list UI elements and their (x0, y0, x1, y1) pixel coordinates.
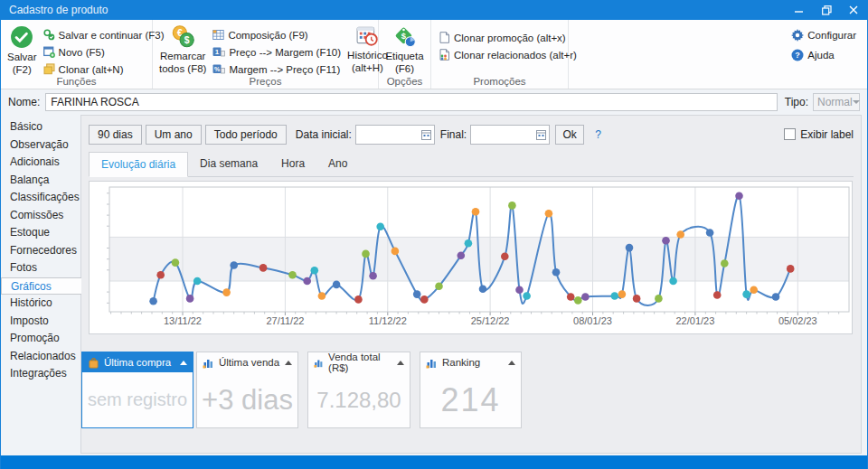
collapse-icon (397, 361, 404, 365)
venda-total-value: 7.128,80 (316, 388, 401, 413)
help-link[interactable]: ? (595, 128, 601, 141)
etiqueta-shortcut: (F6) (395, 63, 414, 74)
tab-ano[interactable]: Ano (316, 152, 359, 176)
svg-text:1: 1 (215, 48, 220, 56)
start-date-input[interactable] (355, 125, 435, 145)
salvar-button[interactable]: Salvar (F2) (5, 24, 40, 77)
range-90-dias-button[interactable]: 90 dias (89, 125, 142, 145)
ajuda-button[interactable]: ? Ajuda (788, 46, 860, 63)
chart-controls: 90 dias Um ano Todo período Data inicial… (89, 124, 854, 145)
card-ultima-venda-header[interactable]: Última venda (197, 352, 297, 372)
reprice-coins-icon: € $ (172, 25, 194, 48)
bar-chart-icon (314, 357, 324, 369)
price-to-margin-icon: 1 (212, 46, 225, 58)
clonar-promocao-button[interactable]: Clonar promoção (alt+x) (435, 29, 580, 46)
configurar-button[interactable]: Configurar (788, 26, 860, 43)
composicao-button[interactable]: Composição (F9) (209, 26, 344, 43)
card-venda-total: Venda total (R$) 7.128,80 (307, 352, 410, 428)
salvar-label: Salvar (7, 52, 37, 62)
composition-table-icon (212, 29, 224, 41)
card-ultima-venda: Última venda +3 dias (196, 352, 298, 428)
sidebar-item-estoque[interactable]: Estoque (1, 224, 80, 242)
graficos-page: 90 dias Um ano Todo período Data inicial… (80, 115, 862, 454)
sidebar-item-fornecedores[interactable]: Fornecedores (1, 242, 80, 260)
composicao-label: Composição (F9) (228, 30, 307, 41)
sidebar-item-fotos[interactable]: Fotos (1, 259, 80, 277)
nome-input[interactable] (45, 93, 777, 111)
clonar-relacionados-button[interactable]: Clonar relacionados (alt+r) (435, 46, 580, 63)
svg-text:?: ? (796, 51, 801, 60)
sidebar-item-historico[interactable]: Histórico (1, 295, 80, 313)
card-ranking-header[interactable]: Ranking (420, 352, 521, 372)
etiqueta-label: Etiqueta (385, 51, 423, 61)
close-button[interactable] (840, 0, 867, 20)
bar-chart-icon (203, 357, 214, 369)
clonar-label: Clonar (alt+N) (59, 64, 124, 75)
sidebar-item-observacao[interactable]: Observação (1, 136, 80, 155)
chart-tabs: Evolução diária Dia semana Hora Ano (89, 152, 854, 177)
clone-icon (43, 63, 55, 75)
collapse-icon (508, 361, 515, 365)
evolution-chart-svg: 13/11/2227/11/2211/12/2225/12/2208/01/23… (90, 182, 852, 333)
range-todo-periodo-button[interactable]: Todo período (205, 125, 287, 145)
minimize-button[interactable] (786, 0, 813, 20)
salvar-continuar-button[interactable]: Salvar e continuar (F3) (40, 26, 168, 43)
clonar-promocao-label: Clonar promoção (alt+x) (454, 33, 566, 43)
novo-button[interactable]: Novo (F5) (40, 43, 168, 61)
ajuda-label: Ajuda (807, 50, 834, 61)
tab-evolucao-diaria[interactable]: Evolução diária (89, 152, 188, 177)
ranking-value: 214 (440, 381, 500, 419)
minimize-icon (795, 5, 804, 14)
price-tag-icon: $ (393, 25, 416, 48)
svg-text:13/11/22: 13/11/22 (164, 315, 202, 326)
card-venda-total-header[interactable]: Venda total (R$) (308, 352, 410, 372)
tab-dia-semana[interactable]: Dia semana (188, 152, 269, 176)
sidebar-item-comissoes[interactable]: Comissões (1, 207, 80, 225)
sidebar-item-adicionais[interactable]: Adicionais (1, 154, 80, 172)
range-um-ano-button[interactable]: Um ano (146, 125, 202, 145)
tipo-select[interactable]: Normal (813, 93, 860, 111)
sidebar-item-classificacoes[interactable]: Classificações (1, 189, 80, 207)
end-date-input[interactable] (470, 125, 550, 145)
margin-to-price-icon: % (212, 63, 225, 75)
etiqueta-button[interactable]: $ Etiqueta (F6) (382, 24, 426, 76)
main-area: Básico Observação Adicionais Balança Cla… (1, 115, 867, 455)
sidebar-item-integracoes[interactable]: Integrações (1, 365, 80, 383)
data-inicial-label: Data inicial: (296, 128, 352, 141)
remarcar-shortcut: todos (F8) (159, 63, 206, 74)
window-title: Cadastro de produto (1, 4, 786, 16)
sidebar-item-balanca[interactable]: Balança (1, 172, 80, 190)
exibir-label-checkbox[interactable]: Exibir label (784, 128, 854, 141)
sidebar-item-relacionados[interactable]: Relacionados (1, 348, 80, 366)
name-row: Nome: Tipo: Normal (1, 89, 867, 115)
ok-button[interactable]: Ok (555, 125, 584, 145)
collapse-icon (180, 361, 187, 365)
preco-margem-button[interactable]: 1 Preço --> Margem (F10) (209, 43, 344, 61)
svg-text:27/11/22: 27/11/22 (266, 315, 304, 326)
group-label-precos: Preços (153, 76, 378, 87)
final-label: Final: (440, 128, 467, 141)
titlebar: Cadastro de produto (1, 0, 867, 20)
remarcar-todos-button[interactable]: € $ Remarcar todos (F8) (156, 24, 209, 76)
remarcar-label: Remarcar (160, 51, 205, 61)
svg-text:22/01/23: 22/01/23 (675, 315, 714, 326)
sidebar-item-promocao[interactable]: Promoção (1, 330, 80, 348)
preco-margem-label: Preço --> Margem (F10) (229, 47, 341, 58)
svg-text:08/01/23: 08/01/23 (573, 315, 612, 326)
ultima-compra-value: sem registro (88, 389, 187, 410)
sidebar-item-imposto[interactable]: Imposto (1, 313, 80, 331)
checkbox-icon (784, 128, 796, 140)
save-icon (10, 25, 33, 49)
sidebar-item-basico[interactable]: Básico (1, 118, 80, 136)
clone-related-doc-icon (439, 49, 450, 61)
card-ultima-compra-header[interactable]: Última compra (82, 352, 193, 372)
svg-text:11/12/22: 11/12/22 (369, 315, 407, 326)
ribbon-toolbar: Salvar (F2) Salvar e continuar (F3) (1, 20, 867, 89)
bar-chart-icon (426, 357, 438, 369)
tab-hora[interactable]: Hora (269, 152, 316, 176)
ribbon-group-promocoes: Clonar promoção (alt+x) Clonar relaciona… (431, 20, 569, 89)
margem-preco-label: Margem --> Preço (F11) (229, 64, 340, 75)
exibir-label-text: Exibir label (800, 128, 854, 141)
sidebar-item-graficos[interactable]: Gráficos (1, 277, 81, 295)
restore-button[interactable] (813, 0, 840, 20)
